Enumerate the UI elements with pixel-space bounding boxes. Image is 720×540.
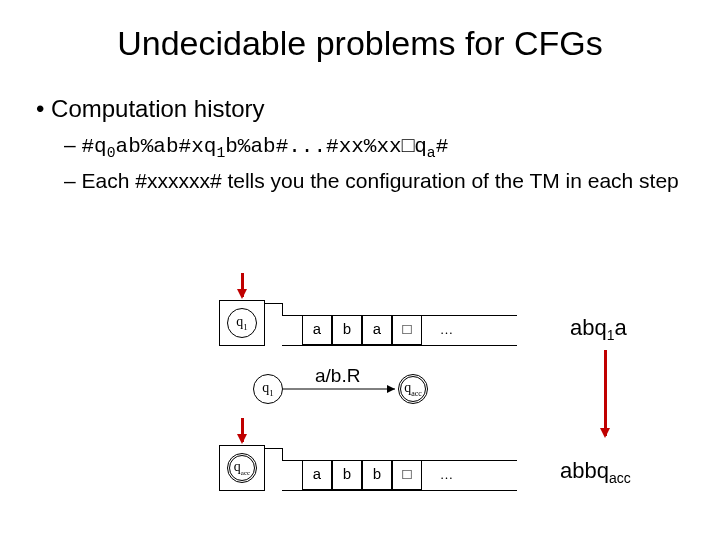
hist-frag: ab%ab#xq: [116, 135, 217, 158]
tape2-head-stem: [282, 449, 283, 460]
tape2-cell-1: b: [332, 460, 362, 490]
content-area: Computation history #q0ab%ab#xq1b%ab#...…: [0, 95, 720, 195]
red-arrow-icon: [241, 273, 244, 297]
hist-sub: 1: [216, 145, 225, 161]
statebox-q1: q1: [219, 300, 265, 346]
tape1-head-stem: [282, 304, 283, 315]
tape2-top-line: [282, 460, 517, 461]
tape2-bottom-line: [282, 490, 517, 491]
state-qacc: qacc: [227, 453, 257, 483]
tape1-ellipsis: …: [440, 322, 453, 338]
red-arrow-icon: [604, 350, 607, 436]
statebox-qacc: qacc: [219, 445, 265, 491]
hist-sub: a: [427, 145, 436, 161]
hist-frag: #q: [82, 135, 107, 158]
tm-diagram: q1 a b a □ … abq1a q1 a/b.R qacc qacc a …: [0, 0, 720, 540]
red-arrow-icon: [241, 418, 244, 442]
state-q1: q1: [227, 308, 257, 338]
hist-sub: 0: [107, 145, 116, 161]
slide-title: Undecidable problems for CFGs: [0, 0, 720, 73]
tape2-ellipsis: …: [440, 467, 453, 483]
tape1-head-horiz: [265, 303, 283, 304]
state-qacc-trans: qacc: [398, 374, 428, 404]
tape1-cell-3: □: [392, 315, 422, 345]
config-label-2: abbqacc: [560, 458, 631, 486]
hist-frag: #: [436, 135, 449, 158]
hist-frag: b%ab#...#xx%xx□q: [225, 135, 427, 158]
transition-arrow-icon: [283, 384, 403, 398]
tape2-cell-3: □: [392, 460, 422, 490]
tape1-cell-0: a: [302, 315, 332, 345]
tape1-top-line: [282, 315, 517, 316]
bullet-computation-history: Computation history: [36, 95, 684, 123]
bullet-history-string: #q0ab%ab#xq1b%ab#...#xx%xx□qa#: [64, 131, 684, 163]
tape1-bottom-line: [282, 345, 517, 346]
bullet-config-explain: Each #xxxxxx# tells you the configuratio…: [64, 167, 684, 194]
tape1-cell-2: a: [362, 315, 392, 345]
tape1-cell-1: b: [332, 315, 362, 345]
state-label: qacc: [404, 380, 422, 398]
config-label-1: abq1a: [570, 315, 627, 343]
state-label: q1: [236, 314, 248, 332]
state-q1-trans: q1: [253, 374, 283, 404]
tape2-cell-0: a: [302, 460, 332, 490]
state-label: q1: [262, 380, 274, 398]
svg-marker-1: [387, 385, 395, 393]
tape2-head-horiz: [265, 448, 283, 449]
transition-label: a/b.R: [315, 365, 360, 387]
state-label: qacc: [234, 459, 250, 477]
tape2-cell-2: b: [362, 460, 392, 490]
